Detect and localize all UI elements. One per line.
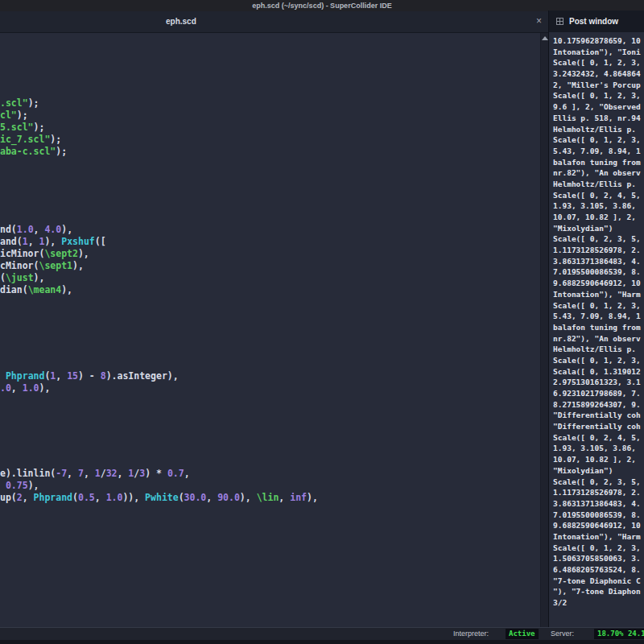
post-line: "), "7-tone Diaphon	[553, 586, 644, 597]
editor-scrollbar[interactable]	[540, 33, 548, 627]
post-line: "Mixolydian")	[553, 465, 644, 477]
post-line: nr.82"), "An observ	[553, 167, 644, 179]
code-line[interactable]: nd(1.0, 4.0),	[0, 224, 72, 236]
post-line: Scale([ 0, 1, 2, 3,	[553, 57, 644, 68]
post-line: 3/2	[553, 597, 644, 609]
post-line: 3.8631371386483, 4.	[553, 256, 644, 267]
code-line[interactable]: ic_7.scl");	[0, 134, 61, 146]
scroll-up-arrow-icon[interactable]	[542, 36, 548, 40]
post-line: Scale([ 0, 1, 2, 3,	[553, 355, 644, 366]
post-line: 9.6882590646912, 10	[553, 520, 644, 531]
window-title: eph.scd (~/sync/scd) - SuperCollider IDE	[252, 2, 391, 10]
post-window-content[interactable]: 10.175962878659, 10Intonation"), "IoniSc…	[548, 32, 644, 627]
post-line: "7-tone Diaphonic C	[553, 576, 644, 587]
code-line[interactable]: (\just),	[0, 272, 44, 284]
post-line: Scale([ 0, 2, 4, 5,	[553, 190, 644, 201]
code-line[interactable]: dian(\mean4),	[0, 284, 72, 296]
post-line: 2.975130161323, 3.1	[553, 377, 644, 388]
post-line: Intonation"), "Harm	[553, 531, 644, 543]
post-line: 6.4868205763524, 8.	[553, 564, 644, 576]
post-line: 10.07, 10.82 ], 2,	[553, 454, 644, 465]
code-editor[interactable]: .scl");cl");5.scl");ic_7.scl");aba-c.scl…	[0, 33, 540, 627]
code-line[interactable]: e).linlin(-7, 7, 1/32, 1/3) * 0.7,	[0, 468, 190, 480]
window-titlebar[interactable]: eph.scd (~/sync/scd) - SuperCollider IDE	[0, 0, 644, 11]
code-line[interactable]: 5.scl");	[0, 122, 44, 134]
code-line[interactable]: and(1, 1), Pxshuf([	[0, 236, 106, 248]
post-line: Helmholtz/Ellis p.	[553, 124, 644, 135]
status-bar: Interpreter: Active Server: 18.70% 24.16	[0, 627, 644, 640]
post-line: Scale([ 0, 2, 3, 5,	[553, 477, 644, 488]
post-line: Intonation"), "Harm	[553, 289, 644, 300]
post-line: 7.0195500086539, 8.	[553, 266, 644, 278]
interpreter-status-badge[interactable]: Active	[506, 629, 539, 639]
code-line[interactable]: 0.75),	[0, 480, 39, 492]
post-window-header[interactable]: Post window	[548, 10, 644, 32]
post-window-dock-icon	[556, 18, 564, 25]
post-line: 5.43, 7.09, 8.94, 1	[553, 311, 644, 322]
post-window-title: Post window	[569, 10, 618, 32]
post-line: 10.175962878659, 10	[553, 35, 644, 47]
post-line: Ellis p. 518, nr.94	[553, 113, 644, 124]
post-line: Helmholtz/Ellis p.	[553, 179, 644, 190]
post-line: "Mixolydian")	[553, 223, 644, 234]
code-line[interactable]: .0, 1.0),	[0, 382, 50, 394]
post-line: balafon tuning from	[553, 322, 644, 333]
post-line: Intonation"), "Ioni	[553, 47, 644, 58]
server-label: Server:	[551, 628, 574, 640]
post-line: 1.1173128526978, 2.	[553, 487, 644, 498]
code-line[interactable]: icMinor(\sept2),	[0, 248, 89, 260]
post-line: 5.43, 7.09, 8.94, 1	[553, 146, 644, 157]
post-line: nr.82"), "An observ	[553, 333, 644, 345]
post-line: "Differentially coh	[553, 410, 644, 421]
window-bottom-edge	[0, 640, 644, 644]
post-line: 1.1173128526978, 2.	[553, 245, 644, 256]
post-line: 9.6882590646912, 10	[553, 278, 644, 289]
post-line: 1.93, 3.105, 3.86,	[553, 443, 644, 454]
post-line: "Differentially coh	[553, 421, 644, 432]
tab-bar: eph.scd ×	[0, 11, 548, 33]
post-line: 6.9231021798689, 7.	[553, 388, 644, 399]
post-line: 9.6 ], 2, "Observed	[553, 101, 644, 113]
post-line: Scala([ 0, 1.319012	[553, 366, 644, 378]
post-line: 1.93, 3.105, 3.86,	[553, 200, 644, 212]
post-line: 8.2715899264307, 9.	[553, 399, 644, 411]
code-line[interactable]: cMinor(\sept1),	[0, 260, 84, 272]
post-line: 7.0195500086539, 8.	[553, 510, 644, 521]
interpreter-label: Interpreter:	[453, 628, 489, 640]
post-line: 2, "Miller's Porcup	[553, 80, 644, 91]
post-line: balafon tuning from	[553, 157, 644, 168]
post-line: Scale([ 0, 1, 2, 3,	[553, 90, 644, 101]
post-line: 1.5063705850063, 3.	[553, 553, 644, 564]
post-line: Scale([ 0, 1, 2, 3,	[553, 300, 644, 312]
post-line: Helmholtz/Ellis p.	[553, 344, 644, 355]
code-line[interactable]: aba-c.scl");	[0, 146, 67, 158]
server-stats-badge[interactable]: 18.70% 24.16	[594, 629, 644, 639]
code-line[interactable]: Phprand(1, 15) - 8).asInteger),	[0, 370, 179, 382]
post-line: 10.07, 10.82 ], 2,	[553, 212, 644, 223]
post-line: Scale([ 0, 1, 2, 3,	[553, 543, 644, 554]
code-line[interactable]: up(2, Phprand(0.5, 1.0)), Pwhite(30.0, 9…	[0, 492, 318, 504]
post-line: Scale([ 0, 1, 2, 3,	[553, 134, 644, 146]
tab-eph-scd[interactable]: eph.scd	[166, 11, 196, 32]
tab-close-icon[interactable]: ×	[534, 11, 544, 32]
code-line[interactable]: cl");	[0, 109, 28, 122]
post-line: Scale([ 0, 2, 4, 5,	[553, 432, 644, 444]
post-line: 3.8631371386483, 4.	[553, 498, 644, 510]
post-line: 3.2432432, 4.864864	[553, 68, 644, 80]
post-line: Scale([ 0, 2, 3, 5,	[553, 233, 644, 245]
code-line[interactable]: .scl");	[0, 97, 39, 109]
